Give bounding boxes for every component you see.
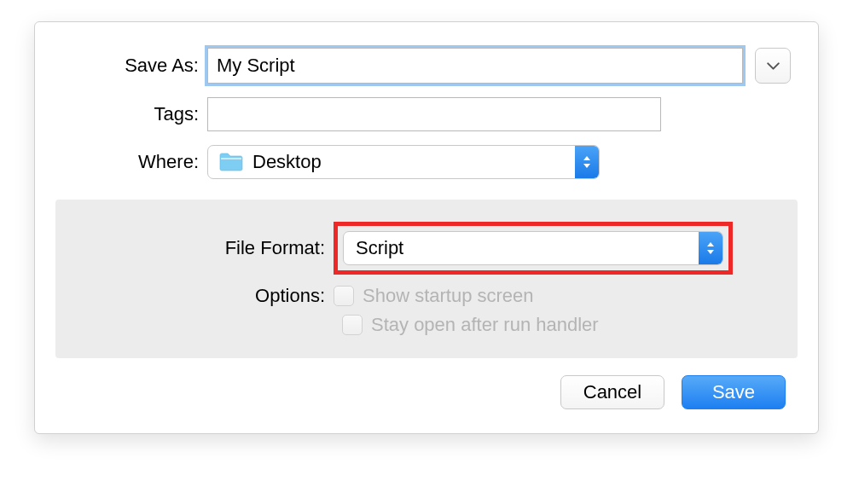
save-as-label: Save As: xyxy=(62,55,207,77)
save-button[interactable]: Save xyxy=(682,375,786,409)
where-label: Where: xyxy=(62,151,207,173)
tags-input[interactable] xyxy=(207,97,661,131)
file-format-selected-text: Script xyxy=(356,237,403,259)
options-label: Options: xyxy=(71,285,334,307)
file-format-label: File Format: xyxy=(71,237,334,259)
chevron-down-icon xyxy=(767,60,780,72)
save-as-input[interactable] xyxy=(207,48,743,84)
options-row-2: Stay open after run handler xyxy=(71,314,782,336)
where-selected-text: Desktop xyxy=(252,151,322,173)
updown-arrows-icon xyxy=(575,146,599,178)
show-startup-checkbox[interactable] xyxy=(334,286,354,306)
options-panel: File Format: Script Options: Show startu… xyxy=(55,200,798,358)
file-format-select[interactable]: Script xyxy=(343,231,723,265)
svg-rect-0 xyxy=(221,158,241,159)
folder-icon xyxy=(218,152,244,172)
cancel-button[interactable]: Cancel xyxy=(560,375,664,409)
file-format-row: File Format: Script xyxy=(71,222,782,275)
save-as-row: Save As: xyxy=(62,48,791,84)
show-startup-label: Show startup screen xyxy=(363,285,534,307)
where-select[interactable]: Desktop xyxy=(207,145,600,179)
where-row: Where: Desktop xyxy=(62,145,791,179)
expand-button[interactable] xyxy=(755,48,791,84)
stay-open-label: Stay open after run handler xyxy=(371,314,599,336)
file-format-highlight: Script xyxy=(334,222,733,275)
options-row-1: Options: Show startup screen xyxy=(71,285,782,307)
updown-arrows-icon xyxy=(699,232,722,264)
save-dialog: Save As: Tags: Where: Desktop xyxy=(34,21,819,434)
dialog-buttons: Cancel Save xyxy=(62,375,791,409)
tags-label: Tags: xyxy=(62,103,207,125)
stay-open-checkbox[interactable] xyxy=(342,315,363,335)
tags-row: Tags: xyxy=(62,97,791,131)
